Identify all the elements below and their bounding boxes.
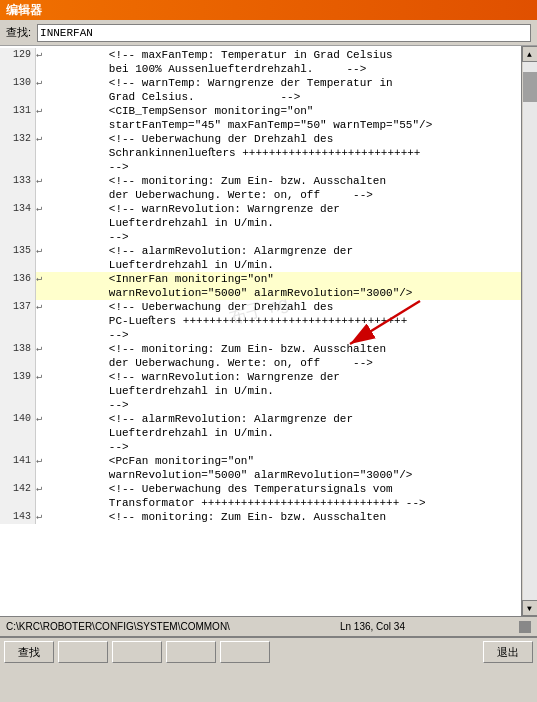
line-content: <!-- warnRevolution: Warngrenze der Luef… [54,202,521,244]
toolbar-btn-3[interactable] [112,641,162,663]
toolbar-btn-2[interactable] [58,641,108,663]
scroll-track[interactable] [523,62,537,600]
line-content: <!-- Ueberwachung des Temperatursignals … [54,482,521,510]
line-number: 142 [0,482,36,510]
find-button[interactable]: 查找 [4,641,54,663]
table-row: 137↵ <!-- Ueberwachung der Drehzahl des … [0,300,521,342]
line-indent: ↵ [36,342,54,370]
line-content: <InnerFan monitoring="on" warnRevolution… [54,272,521,300]
editor-area: 129↵ <!-- maxFanTemp: Temperatur in Grad… [0,46,537,616]
line-indent: ↵ [36,510,54,524]
line-content: <!-- Ueberwachung der Drehzahl des PC-Lu… [54,300,521,342]
table-row: 142↵ <!-- Ueberwachung des Temperatursig… [0,482,521,510]
line-content: <PcFan monitoring="on" warnRevolution="5… [54,454,521,482]
line-number: 143 [0,510,36,524]
line-number: 131 [0,104,36,132]
line-content: <!-- Ueberwachung der Drehzahl des Schra… [54,132,521,174]
line-indent: ↵ [36,202,54,244]
status-bar: C:\KRC\ROBOTER\CONFIG\SYSTEM\COMMON\ Ln … [0,616,537,636]
status-icon [519,621,531,633]
line-content: <!-- monitoring: Zum Ein- bzw. Ausschalt… [54,174,521,202]
bottom-toolbar: 查找 退出 [0,636,537,666]
table-row: 140↵ <!-- alarmRevolution: Alarmgrenze d… [0,412,521,454]
table-row: 131↵ <CIB_TempSensor monitoring="on" sta… [0,104,521,132]
line-content: <!-- maxFanTemp: Temperatur in Grad Cels… [54,48,521,76]
table-row: 129↵ <!-- maxFanTemp: Temperatur in Grad… [0,48,521,76]
search-label: 查找: [6,25,31,40]
toolbar-btn-4[interactable] [166,641,216,663]
table-row: 143↵ <!-- monitoring: Zum Ein- bzw. Auss… [0,510,521,524]
table-row: 132↵ <!-- Ueberwachung der Drehzahl des … [0,132,521,174]
line-indent: ↵ [36,174,54,202]
line-indent: ↵ [36,272,54,300]
line-number: 137 [0,300,36,342]
editor-content: 129↵ <!-- maxFanTemp: Temperatur in Grad… [0,46,521,616]
scroll-up-btn[interactable]: ▲ [522,46,538,62]
line-content: <!-- warnTemp: Warngrenze der Temperatur… [54,76,521,104]
cursor-position: Ln 136, Col 34 [340,621,405,632]
line-indent: ↵ [36,412,54,454]
line-indent: ↵ [36,370,54,412]
line-content: <!-- alarmRevolution: Alarmgrenze der Lu… [54,412,521,454]
line-content: <!-- warnRevolution: Warngrenze der Luef… [54,370,521,412]
table-row: 138↵ <!-- monitoring: Zum Ein- bzw. Auss… [0,342,521,370]
line-indent: ↵ [36,244,54,272]
editor-window: 编辑器 查找: 129↵ <!-- maxFanTemp: Temperatur… [0,0,537,666]
line-indent: ↵ [36,48,54,76]
line-number: 136 [0,272,36,300]
line-number: 133 [0,174,36,202]
line-number: 139 [0,370,36,412]
table-row: 136↵ <InnerFan monitoring="on" warnRevol… [0,272,521,300]
vertical-scrollbar[interactable]: ▲ ▼ [521,46,537,616]
line-number: 140 [0,412,36,454]
table-row: 141↵ <PcFan monitoring="on" warnRevoluti… [0,454,521,482]
line-number: 135 [0,244,36,272]
line-number: 132 [0,132,36,174]
line-number: 141 [0,454,36,482]
line-indent: ↵ [36,132,54,174]
scroll-down-btn[interactable]: ▼ [522,600,538,616]
line-number: 130 [0,76,36,104]
table-row: 130↵ <!-- warnTemp: Warngrenze der Tempe… [0,76,521,104]
line-content: <!-- monitoring: Zum Ein- bzw. Ausschalt… [54,342,521,370]
line-content: <CIB_TempSensor monitoring="on" startFan… [54,104,521,132]
search-bar: 查找: [0,20,537,46]
line-number: 138 [0,342,36,370]
line-indent: ↵ [36,104,54,132]
line-indent: ↵ [36,76,54,104]
line-indent: ↵ [36,454,54,482]
table-row: 139↵ <!-- warnRevolution: Warngrenze der… [0,370,521,412]
line-number: 134 [0,202,36,244]
title-text: 编辑器 [6,2,42,19]
scroll-thumb[interactable] [523,72,537,102]
toolbar-btn-5[interactable] [220,641,270,663]
title-bar: 编辑器 [0,0,537,20]
table-row: 135↵ <!-- alarmRevolution: Alarmgrenze d… [0,244,521,272]
table-row: 133↵ <!-- monitoring: Zum Ein- bzw. Auss… [0,174,521,202]
table-row: 134↵ <!-- warnRevolution: Warngrenze der… [0,202,521,244]
line-content: <!-- alarmRevolution: Alarmgrenze der Lu… [54,244,521,272]
line-indent: ↵ [36,482,54,510]
line-content: <!-- monitoring: Zum Ein- bzw. Ausschalt… [54,510,521,524]
exit-button[interactable]: 退出 [483,641,533,663]
search-input[interactable] [37,24,531,42]
line-number: 129 [0,48,36,76]
line-indent: ↵ [36,300,54,342]
file-path: C:\KRC\ROBOTER\CONFIG\SYSTEM\COMMON\ [6,621,230,632]
